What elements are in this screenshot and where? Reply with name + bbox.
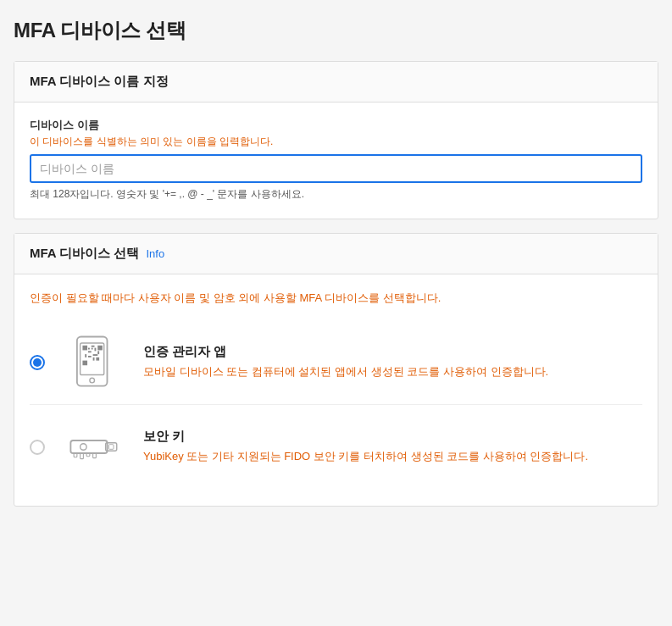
page-title: MFA 디바이스 선택	[14, 17, 658, 44]
select-section-card: MFA 디바이스 선택 Info 인증이 필요할 때마다 사용자 이름 및 암호…	[14, 233, 658, 507]
svg-rect-6	[91, 345, 94, 346]
svg-rect-9	[94, 347, 96, 351]
radio-security-key[interactable]	[30, 440, 45, 455]
svg-rect-2	[82, 345, 87, 350]
security-key-text: 보안 키 YubiKey 또는 기타 지원되는 FIDO 보안 키를 터치하여 …	[143, 429, 642, 465]
svg-rect-13	[92, 354, 97, 356]
svg-rect-12	[88, 356, 92, 357]
select-section-header: MFA 디바이스 선택 Info	[14, 234, 658, 274]
svg-rect-15	[96, 357, 99, 360]
svg-rect-19	[108, 444, 114, 449]
select-section-title: MFA 디바이스 선택	[30, 246, 139, 262]
name-section-header: MFA 디바이스 이름 지정	[14, 62, 658, 102]
name-section-body: 디바이스 이름 이 디바이스를 식별하는 의미 있는 이름을 입력합니다. 최대…	[14, 102, 658, 219]
radio-authenticator[interactable]	[30, 355, 45, 370]
authenticator-desc: 모바일 디바이스 또는 컴퓨터에 설치된 앱에서 생성된 코드를 사용하여 인증…	[143, 363, 642, 380]
device-name-input[interactable]	[30, 154, 642, 183]
device-name-hint: 이 디바이스를 식별하는 의미 있는 이름을 입력합니다.	[30, 135, 642, 149]
svg-rect-4	[82, 360, 87, 365]
svg-rect-5	[88, 347, 90, 349]
svg-point-16	[89, 378, 94, 383]
svg-rect-17	[70, 440, 107, 453]
mfa-description: 인증이 필요할 때마다 사용자 이름 및 암호 외에 사용할 MFA 디바이스를…	[30, 290, 642, 307]
info-link[interactable]: Info	[146, 247, 164, 260]
authenticator-text: 인증 관리자 앱 모바일 디바이스 또는 컴퓨터에 설치된 앱에서 생성된 코드…	[143, 344, 642, 380]
svg-rect-14	[92, 357, 94, 360]
device-name-label: 디바이스 이름	[30, 118, 642, 133]
authenticator-title: 인증 관리자 앱	[143, 344, 642, 360]
svg-rect-11	[85, 354, 86, 357]
name-section-title: MFA 디바이스 이름 지정	[30, 74, 169, 88]
svg-rect-3	[97, 345, 103, 350]
security-key-title: 보안 키	[143, 429, 642, 445]
option-authenticator[interactable]: 인증 관리자 앱 모바일 디바이스 또는 컴퓨터에 설치된 앱에서 생성된 코드…	[30, 320, 642, 405]
svg-rect-22	[80, 453, 83, 459]
security-key-desc: YubiKey 또는 기타 지원되는 FIDO 보안 키를 터치하여 생성된 코…	[143, 448, 642, 465]
key-icon	[60, 415, 128, 479]
svg-rect-8	[97, 351, 99, 354]
phone-icon	[60, 330, 128, 394]
svg-rect-7	[91, 347, 92, 349]
select-section-body: 인증이 필요할 때마다 사용자 이름 및 암호 외에 사용할 MFA 디바이스를…	[14, 274, 658, 506]
option-security-key[interactable]: 보안 키 YubiKey 또는 기타 지원되는 FIDO 보안 키를 터치하여 …	[30, 405, 642, 489]
svg-rect-10	[88, 351, 92, 352]
mfa-options-list: 인증 관리자 앱 모바일 디바이스 또는 컴퓨터에 설치된 앱에서 생성된 코드…	[30, 320, 642, 489]
name-section-card: MFA 디바이스 이름 지정 디바이스 이름 이 디바이스를 식별하는 의미 있…	[14, 61, 658, 219]
svg-rect-23	[86, 453, 90, 457]
device-name-note: 최대 128자입니다. 영숫자 및 '+= ,. @ - _' 문자를 사용하세…	[30, 187, 642, 202]
svg-point-20	[80, 443, 86, 450]
